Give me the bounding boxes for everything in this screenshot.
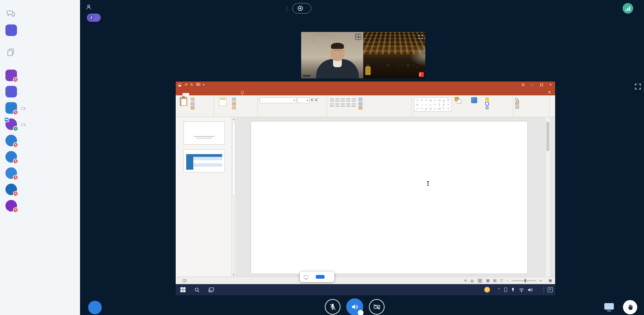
share-button[interactable]: [548, 91, 552, 94]
restore-presentation-button[interactable]: [603, 302, 616, 313]
notes-toggle[interactable]: ≜: [464, 279, 467, 283]
webcam-label[interactable]: [303, 75, 311, 77]
user-list-item[interactable]: [0, 181, 80, 198]
shape-option[interactable]: ○: [433, 98, 437, 103]
user-list-item[interactable]: [0, 84, 80, 100]
quick-styles-button[interactable]: [465, 96, 483, 105]
paragraph-format-icon[interactable]: [341, 104, 345, 107]
ribbon-display-options-button[interactable]: ⊡: [519, 81, 528, 88]
layout-button[interactable]: [232, 97, 237, 101]
restore-button[interactable]: [537, 81, 546, 88]
thumbnails-scrollbar[interactable]: ▲ ▼: [231, 117, 236, 277]
section-button[interactable]: [232, 106, 237, 110]
shape-option[interactable]: ▭: [428, 98, 433, 103]
paragraph-format-icon[interactable]: [335, 98, 339, 102]
shape-option[interactable]: □: [415, 98, 419, 103]
hidden-icons-chevron[interactable]: ⌃: [497, 288, 501, 292]
volume-icon[interactable]: [528, 288, 532, 292]
minimize-button[interactable]: –: [528, 81, 537, 88]
qat-dropdown-icon[interactable]: ▾: [203, 84, 204, 86]
save-icon[interactable]: [178, 83, 181, 87]
align-text-button[interactable]: [358, 102, 364, 106]
paste-button[interactable]: [178, 96, 189, 107]
copy-button[interactable]: [191, 102, 196, 106]
tell-me-box[interactable]: [241, 91, 246, 95]
shape-option[interactable]: →: [419, 103, 424, 107]
font-size-select[interactable]: ▾: [297, 97, 310, 103]
task-view-button[interactable]: [204, 284, 218, 295]
shapes-gallery[interactable]: □\/▭○▭△▽◇→←↔☆{}~○□△◇☆▭/\: [414, 97, 451, 112]
tab-файл[interactable]: [176, 93, 182, 95]
zoom-slider[interactable]: [512, 280, 536, 281]
replace-button[interactable]: [515, 101, 547, 105]
start-recording-button[interactable]: [292, 3, 311, 14]
shape-option[interactable]: ▭: [437, 107, 442, 111]
user-list-item[interactable]: [0, 116, 80, 132]
user-list-item[interactable]: [0, 149, 80, 165]
network-icon[interactable]: [519, 288, 524, 292]
grow-shrink-font[interactable]: Аˆ Аˇ: [311, 97, 318, 103]
tab-преглед[interactable]: [223, 93, 230, 95]
user-list-item[interactable]: [0, 132, 80, 149]
tab-начало[interactable]: [182, 93, 189, 95]
shape-option[interactable]: {: [437, 103, 442, 107]
tab-изглед[interactable]: [230, 93, 237, 95]
shape-fill-button[interactable]: [485, 97, 490, 101]
audio-button[interactable]: [346, 298, 363, 315]
slideshow-view-button[interactable]: ▽: [500, 278, 503, 283]
shape-outline-button[interactable]: [485, 102, 490, 106]
format-painter-button[interactable]: [191, 106, 196, 110]
fit-to-window-button[interactable]: ▣: [549, 278, 552, 283]
shape-option[interactable]: }: [442, 103, 446, 107]
tab-слайдшоу[interactable]: [216, 93, 223, 95]
zoom-out-button[interactable]: −: [506, 279, 508, 283]
tab-вмъкване[interactable]: [189, 93, 196, 95]
share-camera-button[interactable]: [369, 299, 385, 315]
slide-thumbnail-1[interactable]: [183, 122, 225, 145]
user-list-item[interactable]: [0, 67, 80, 84]
stop-sharing-button[interactable]: [316, 275, 325, 279]
raise-hand-button[interactable]: [623, 300, 637, 314]
slideshow-icon[interactable]: [196, 83, 200, 86]
shape-option[interactable]: /: [424, 98, 428, 103]
paragraph-format-icon[interactable]: [346, 98, 350, 102]
redo-icon[interactable]: ↻: [190, 83, 193, 87]
paragraph-format-icon[interactable]: [335, 104, 339, 107]
cut-button[interactable]: [191, 97, 196, 101]
sidebar-item-public-chat[interactable]: [0, 5, 80, 22]
shape-option[interactable]: ←: [424, 103, 428, 107]
sidebar-item-private-chat[interactable]: [0, 22, 80, 39]
presentation-fullscreen-button[interactable]: [635, 84, 642, 90]
slide-thumbnail-2[interactable]: [183, 149, 225, 172]
audio-options-chevron[interactable]: [358, 310, 364, 315]
close-button[interactable]: ×: [546, 81, 555, 88]
user-list-item[interactable]: [0, 100, 80, 116]
normal-view-button[interactable]: ▥: [477, 278, 483, 283]
actions-plus-button[interactable]: [88, 301, 102, 314]
zoom-in-button[interactable]: +: [540, 279, 542, 283]
paragraph-format-icon[interactable]: [330, 98, 334, 102]
paragraph-format-icon[interactable]: [330, 104, 334, 107]
user-list-item[interactable]: [0, 198, 80, 214]
paragraph-format-icon[interactable]: [352, 104, 356, 107]
paragraph-format-icon[interactable]: [352, 98, 356, 102]
shape-option[interactable]: ◇: [415, 103, 419, 107]
paragraph-format-icon[interactable]: [341, 98, 345, 102]
shape-option[interactable]: ☆: [433, 107, 437, 111]
shape-effects-button[interactable]: [485, 106, 490, 110]
phone-icon[interactable]: [504, 288, 507, 292]
spellcheck-icon[interactable]: [183, 279, 186, 282]
new-slide-button[interactable]: [216, 96, 230, 107]
shape-option[interactable]: ○: [415, 107, 419, 111]
shape-option[interactable]: ~: [446, 103, 450, 107]
tab-проектиране[interactable]: [196, 93, 203, 95]
reading-view-button[interactable]: ▤: [493, 278, 496, 283]
shape-option[interactable]: □: [419, 107, 424, 111]
connection-status-button[interactable]: [623, 3, 633, 14]
webcam-label[interactable]: [365, 75, 373, 77]
shape-option[interactable]: /: [442, 107, 446, 111]
select-button[interactable]: [515, 105, 547, 109]
shape-option[interactable]: ▽: [446, 98, 450, 103]
find-button[interactable]: [515, 98, 547, 100]
reset-button[interactable]: [232, 102, 237, 106]
